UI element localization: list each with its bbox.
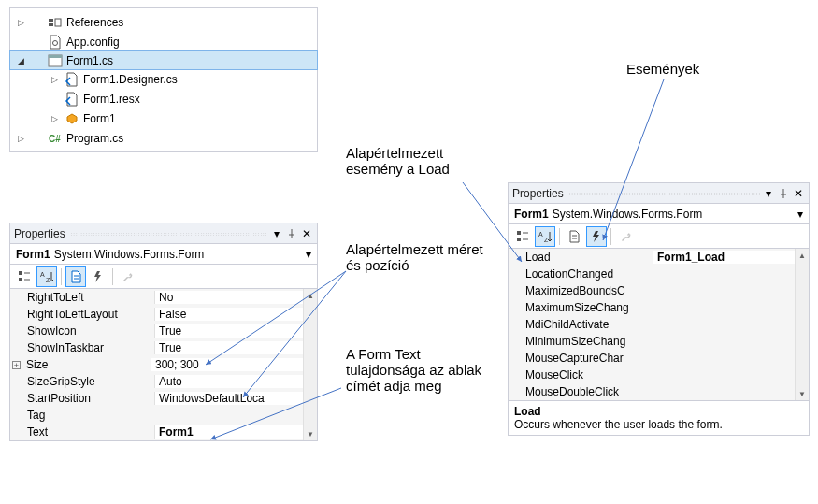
tree-item-label: Form1.cs [66,54,113,67]
events-icon[interactable] [586,226,607,247]
wrench-icon[interactable] [615,226,636,247]
property-row[interactable]: TextForm1 [10,424,303,440]
tree-item-label: References [66,16,123,29]
wrench-icon[interactable] [117,266,137,287]
tree-item-label: Program.cs [66,132,123,145]
pin-icon[interactable] [777,187,790,200]
tree-item[interactable]: ▷ Form1.Designer.cs [10,69,317,89]
expand-caret[interactable]: ▷ [14,18,27,27]
property-grid[interactable]: RightToLeftNo RightToLeftLayoutFalse Sho… [10,289,303,440]
properties-panel-events: Properties :::::::::::::::::::::::::::::… [508,182,810,436]
description-text: Occurs whenever the user loads the form. [514,418,803,431]
annotation-events: Események [626,61,699,77]
alphabetical-icon[interactable]: AZ [36,266,57,287]
object-name: Form1 [16,248,50,261]
scrollbar[interactable]: ▲ ▼ [795,249,809,400]
object-selector[interactable]: Form1 System.Windows.Forms.Form ▾ [10,244,317,265]
property-row[interactable]: MdiChildActivate [509,316,795,333]
panel-title: Properties [512,187,564,200]
pin-icon[interactable] [285,227,298,240]
tree-item[interactable]: ▷ Form1 [10,108,317,128]
csharp-icon: C# [48,131,63,146]
property-row[interactable]: RightToLeftLayoutFalse [10,306,303,323]
property-grid[interactable]: LoadForm1_Load LocationChanged Maximized… [509,249,795,400]
categorize-icon[interactable] [14,266,35,287]
properties-toolbar: AZ [509,224,809,249]
form-icon [48,53,63,68]
tree-item-label: App.config [66,36,120,49]
class-icon [65,111,79,126]
scroll-down-icon[interactable]: ▼ [304,427,317,440]
expand-caret[interactable]: ◢ [14,56,27,65]
properties-panel: Properties :::::::::::::::::::::::::::::… [9,223,318,441]
config-icon [48,35,63,50]
tree-item-label: Form1.resx [83,93,140,106]
property-row[interactable]: MaximizedBoundsC [509,282,795,299]
property-row[interactable]: ShowIconTrue [10,323,303,339]
annotation-default-size: Alapértelmezett méret és pozíció [346,241,486,273]
svg-text:C#: C# [49,134,61,144]
svg-rect-8 [19,278,22,281]
tree-item-label: Form1.Designer.cs [83,73,178,86]
property-row[interactable]: +Size300; 300 [10,356,303,373]
property-row[interactable]: ShowInTaskbarTrue [10,339,303,356]
panel-header: Properties :::::::::::::::::::::::::::::… [10,223,317,244]
description-pane: Load Occurs whenever the user loads the … [509,400,809,435]
tree-item[interactable]: App.config [10,32,317,51]
object-type: System.Windows.Forms.Form [54,248,205,261]
chevron-down-icon[interactable]: ▾ [306,248,311,261]
svg-rect-0 [49,19,53,22]
svg-rect-2 [55,19,61,26]
property-row[interactable]: SizeGripStyleAuto [10,373,303,390]
svg-rect-15 [517,231,521,235]
object-name: Form1 [514,208,549,221]
object-selector[interactable]: Form1 System.Windows.Forms.Form ▾ [509,204,809,224]
scroll-up-icon[interactable]: ▲ [304,289,317,302]
events-icon[interactable] [88,266,108,287]
tree-item[interactable]: ▷ C# Program.cs [10,128,317,148]
object-type: System.Windows.Forms.Form [553,208,703,221]
property-row[interactable]: MouseCaptureChar [509,350,795,367]
property-row[interactable]: MaximumSizeChang [509,299,795,316]
panel-header: Properties :::::::::::::::::::::::::::::… [509,183,809,204]
property-row[interactable]: LoadForm1_Load [509,249,795,266]
property-row[interactable]: StartPositionWindowsDefaultLoca [10,390,303,407]
properties-icon[interactable] [65,266,86,287]
dropdown-icon[interactable]: ▾ [762,187,775,200]
property-row[interactable]: MouseClick [509,367,795,383]
alphabetical-icon[interactable]: AZ [535,226,555,247]
csharp-dependent-icon [65,92,79,107]
categorize-icon[interactable] [512,226,533,247]
property-row[interactable]: MinimumSizeChang [509,333,795,350]
dropdown-icon[interactable]: ▾ [270,227,283,240]
annotation-form-text: A Form Text tulajdonsága az ablak címét … [346,346,486,394]
chevron-down-icon[interactable]: ▾ [797,208,803,221]
property-row[interactable]: Tag [10,407,303,424]
annotation-default-event: Alapértelmezett esemény a Load [346,145,486,177]
references-icon [48,15,63,30]
property-row[interactable]: LocationChanged [509,266,795,282]
svg-rect-1 [49,23,53,26]
tree-item[interactable]: Form1.resx [10,89,317,108]
expand-caret[interactable]: ▷ [48,114,61,123]
close-icon[interactable]: ✕ [300,227,313,240]
svg-rect-7 [19,271,22,275]
scroll-down-icon[interactable]: ▼ [796,387,809,400]
properties-toolbar: AZ [10,265,317,289]
tree-item[interactable]: ▷ References [10,12,317,32]
csharp-dependent-icon [65,72,79,87]
svg-text:A: A [538,231,543,238]
property-row[interactable]: MouseDoubleClick [509,383,795,400]
property-row[interactable]: RightToLeftNo [10,289,303,306]
svg-rect-16 [517,238,521,241]
close-icon[interactable]: ✕ [792,187,805,200]
expand-caret[interactable]: ▷ [48,75,61,84]
tree-item[interactable]: ◢ Form1.cs [9,50,318,70]
svg-text:A: A [40,271,45,278]
scroll-up-icon[interactable]: ▲ [796,249,809,262]
properties-icon[interactable] [564,226,584,247]
solution-explorer-tree[interactable]: ▷ References App.config ◢ Form1.cs ▷ For… [9,7,318,152]
expand-plus-icon[interactable]: + [12,361,21,369]
expand-caret[interactable]: ▷ [14,134,27,143]
scrollbar[interactable]: ▲ ▼ [303,289,317,440]
